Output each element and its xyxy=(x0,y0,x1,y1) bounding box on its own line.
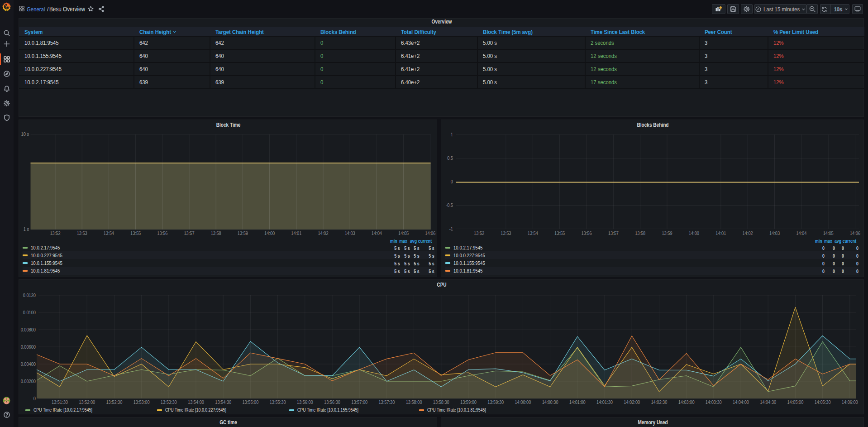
svg-text:14:00: 14:00 xyxy=(264,230,275,236)
svg-text:1 s: 1 s xyxy=(24,226,29,232)
svg-text:1: 1 xyxy=(451,132,453,137)
svg-text:0: 0 xyxy=(33,396,36,401)
svg-text:14:04:30: 14:04:30 xyxy=(760,399,776,405)
svg-text:13:55: 13:55 xyxy=(130,230,141,236)
svg-text:13:58: 13:58 xyxy=(635,230,645,236)
svg-text:14:03: 14:03 xyxy=(769,230,780,236)
svg-text:13:59: 13:59 xyxy=(662,230,672,236)
svg-text:14:01: 14:01 xyxy=(291,230,301,236)
svg-text:13:57: 13:57 xyxy=(608,230,619,236)
svg-text:14:06: 14:06 xyxy=(850,230,860,236)
svg-text:13:52: 13:52 xyxy=(50,230,60,236)
svg-text:14:05: 14:05 xyxy=(823,230,834,236)
svg-text:14:01: 14:01 xyxy=(715,230,726,236)
svg-text:13:52:30: 13:52:30 xyxy=(106,399,122,405)
svg-text:-0.5: -0.5 xyxy=(446,202,453,208)
svg-text:0.5: 0.5 xyxy=(447,155,453,161)
svg-text:14:04:00: 14:04:00 xyxy=(733,399,749,405)
svg-text:13:57:00: 13:57:00 xyxy=(351,399,367,405)
svg-text:14:03: 14:03 xyxy=(345,230,355,236)
svg-text:0: 0 xyxy=(451,179,453,184)
svg-text:13:56: 13:56 xyxy=(157,230,167,236)
svg-text:14:04: 14:04 xyxy=(372,230,382,236)
svg-text:14:02:30: 14:02:30 xyxy=(651,399,667,405)
svg-text:13:53:30: 13:53:30 xyxy=(161,399,177,405)
svg-text:13:53:00: 13:53:00 xyxy=(134,399,150,405)
svg-text:14:05:00: 14:05:00 xyxy=(787,399,803,405)
svg-text:13:55:30: 13:55:30 xyxy=(270,399,286,405)
svg-text:13:55: 13:55 xyxy=(554,230,565,236)
svg-text:14:03:30: 14:03:30 xyxy=(706,399,722,405)
svg-text:14:00:00: 14:00:00 xyxy=(515,399,531,405)
svg-text:13:53: 13:53 xyxy=(77,230,87,236)
svg-text:0.00800: 0.00800 xyxy=(21,327,36,332)
svg-text:13:57: 13:57 xyxy=(184,230,194,236)
svg-text:13:58: 13:58 xyxy=(211,230,221,236)
svg-text:13:54:30: 13:54:30 xyxy=(215,399,231,405)
svg-text:13:56: 13:56 xyxy=(581,230,591,236)
svg-text:13:54: 13:54 xyxy=(528,230,538,236)
svg-text:10 s: 10 s xyxy=(21,131,29,137)
svg-text:13:57:30: 13:57:30 xyxy=(378,399,395,405)
svg-text:13:54: 13:54 xyxy=(104,230,114,236)
svg-text:0.00200: 0.00200 xyxy=(21,379,36,384)
svg-text:14:05: 14:05 xyxy=(398,230,409,236)
svg-text:14:00: 14:00 xyxy=(689,230,699,236)
svg-text:13:53: 13:53 xyxy=(501,230,511,236)
svg-text:14:05:30: 14:05:30 xyxy=(815,399,831,405)
svg-text:14:02: 14:02 xyxy=(743,230,753,236)
svg-text:14:04: 14:04 xyxy=(796,230,806,236)
svg-text:0.00600: 0.00600 xyxy=(21,344,36,350)
svg-text:13:55:00: 13:55:00 xyxy=(242,399,258,405)
svg-text:14:00:30: 14:00:30 xyxy=(542,399,558,405)
svg-text:14:01:00: 14:01:00 xyxy=(569,399,586,405)
svg-text:14:02: 14:02 xyxy=(318,230,328,236)
svg-text:0.0100: 0.0100 xyxy=(23,310,36,315)
svg-text:13:59:00: 13:59:00 xyxy=(460,399,477,405)
svg-text:14:02:00: 14:02:00 xyxy=(624,399,640,405)
svg-text:13:59:30: 13:59:30 xyxy=(487,399,504,405)
svg-text:0.0120: 0.0120 xyxy=(23,293,36,298)
svg-text:14:03:00: 14:03:00 xyxy=(678,399,695,405)
svg-text:13:52: 13:52 xyxy=(474,230,484,236)
svg-text:14:06: 14:06 xyxy=(425,230,435,236)
svg-text:13:58:30: 13:58:30 xyxy=(433,399,449,405)
svg-text:0.00400: 0.00400 xyxy=(21,361,36,367)
svg-text:14:01:30: 14:01:30 xyxy=(596,399,613,405)
svg-text:13:59: 13:59 xyxy=(238,230,248,236)
svg-text:13:54:00: 13:54:00 xyxy=(188,399,204,405)
svg-text:-1: -1 xyxy=(449,226,453,231)
svg-text:14:06:00: 14:06:00 xyxy=(842,399,858,405)
svg-text:13:51:30: 13:51:30 xyxy=(52,399,68,405)
svg-text:13:56:30: 13:56:30 xyxy=(324,399,340,405)
svg-text:13:56:00: 13:56:00 xyxy=(297,399,313,405)
svg-text:13:52:00: 13:52:00 xyxy=(79,399,95,405)
svg-text:13:58:00: 13:58:00 xyxy=(406,399,422,405)
